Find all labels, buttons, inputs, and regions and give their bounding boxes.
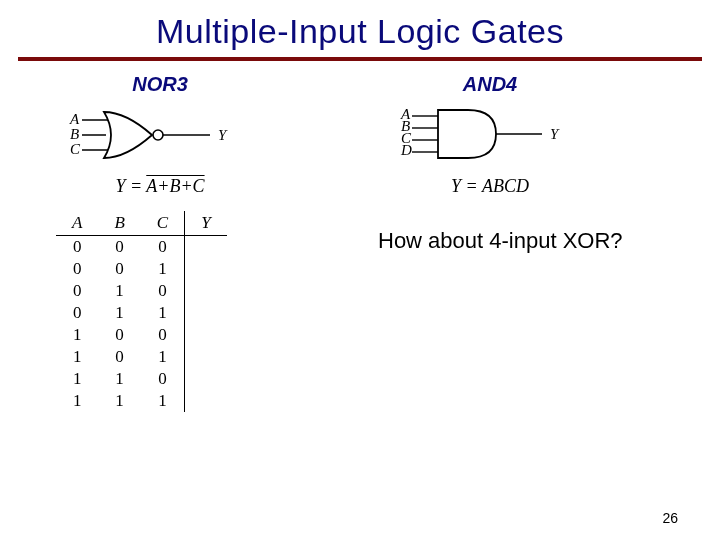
- nor3-input-a: A: [69, 111, 80, 127]
- table-row: 1 0 1: [56, 346, 227, 368]
- th-c: C: [141, 211, 185, 236]
- th-a: A: [56, 211, 98, 236]
- table-row: 1 1 0: [56, 368, 227, 390]
- nor3-equation: Y = A+B+C: [115, 176, 204, 197]
- page-number: 26: [662, 510, 678, 526]
- table-row: 0 1 1: [56, 302, 227, 324]
- nor3-block: NOR3 A B C Y Y = A+B+C: [60, 73, 260, 197]
- svg-point-3: [153, 130, 163, 140]
- table-row: 0 1 0: [56, 280, 227, 302]
- nor3-eq-lhs: Y =: [115, 176, 146, 196]
- table-row: 0 0 1: [56, 258, 227, 280]
- and4-input-d: D: [400, 142, 412, 158]
- nor3-truth-table: A B C Y 0 0 0 0 0 1 0 1 0: [56, 211, 227, 412]
- nor3-label: NOR3: [132, 73, 188, 96]
- nor3-gate-icon: A B C Y: [60, 102, 260, 168]
- xor-question: How about 4-input XOR?: [378, 228, 623, 254]
- and4-equation: Y = ABCD: [451, 176, 529, 197]
- page-title: Multiple-Input Logic Gates: [0, 0, 720, 51]
- and4-block: AND4 A B C D Y Y = ABCD: [390, 73, 590, 197]
- and4-gate-icon: A B C D Y: [390, 102, 590, 168]
- nor3-input-c: C: [70, 141, 81, 157]
- and4-label: AND4: [463, 73, 517, 96]
- table-row: 1 0 0: [56, 324, 227, 346]
- th-b: B: [98, 211, 140, 236]
- nor3-output: Y: [218, 127, 228, 143]
- table-row: 0 0 0: [56, 236, 227, 259]
- nor3-input-b: B: [70, 126, 79, 142]
- nor3-eq-rhs: A+B+C: [146, 176, 204, 196]
- gates-row: NOR3 A B C Y Y = A+B+C: [60, 73, 680, 197]
- and4-output: Y: [550, 126, 560, 142]
- table-header-row: A B C Y: [56, 211, 227, 236]
- th-y: Y: [185, 211, 227, 236]
- table-row: 1 1 1: [56, 390, 227, 412]
